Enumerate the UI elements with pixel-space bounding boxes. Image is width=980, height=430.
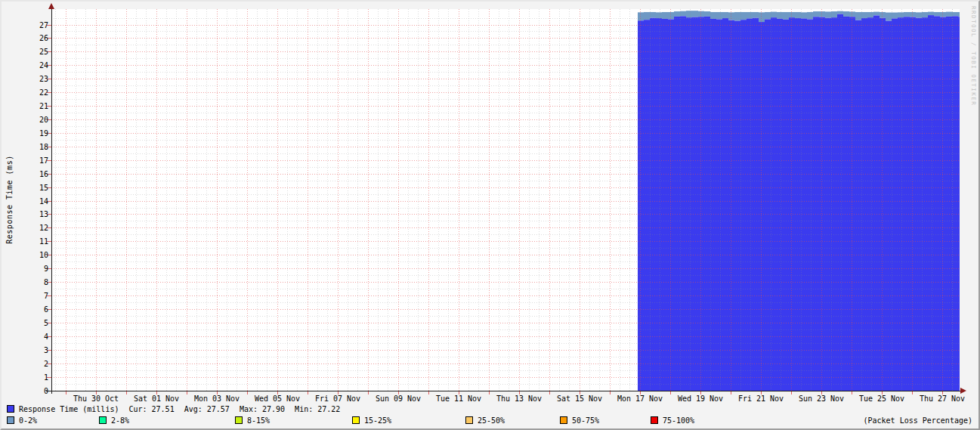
response-time-area-segment	[867, 17, 873, 391]
loss-cap-area-segment	[952, 12, 958, 16]
response-time-area-segment	[855, 20, 861, 391]
response-time-area-segment	[638, 20, 644, 391]
y-tick-label: 12	[39, 224, 48, 232]
response-time-area-segment	[843, 17, 849, 391]
y-tick-label: 16	[39, 170, 48, 178]
stat-cur: Cur: 27.51	[128, 405, 174, 413]
y-tick-label: 27	[39, 21, 48, 29]
response-time-area-segment	[777, 19, 783, 391]
rrdtool-watermark: RRDTOOL / TOBI OETIKER	[970, 6, 977, 106]
x-tick-label: Tue 11 Nov	[436, 394, 481, 403]
loss-swatch	[352, 416, 360, 424]
response-time-area-segment	[819, 17, 825, 391]
response-time-area-segment	[662, 19, 668, 391]
loss-cap-area-segment	[740, 12, 747, 20]
loss-cap-area-segment	[861, 12, 867, 18]
response-time-area-segment	[922, 17, 928, 391]
response-time-swatch	[7, 405, 14, 413]
y-tick-label: 2	[44, 360, 48, 368]
response-time-area-segment	[952, 16, 958, 391]
legend-loss-item-15to25: 15-25%	[352, 416, 391, 425]
loss-cap-area-segment	[704, 11, 710, 17]
loss-cap-area-segment	[928, 12, 934, 15]
y-axis-arrow	[48, 3, 54, 9]
loss-cap-area-segment	[825, 11, 831, 17]
response-time-area-segment	[740, 20, 747, 391]
x-tick-label: Thu 13 Nov	[496, 394, 542, 403]
stat-avg: Avg: 27.57	[184, 405, 230, 413]
x-tick-label: Sat 01 Nov	[134, 394, 179, 403]
legend-loss-item-25to50: 25-50%	[465, 416, 505, 425]
loss-cap-area-segment	[916, 12, 922, 17]
y-tick-label: 6	[44, 305, 48, 314]
response-time-area-segment	[849, 17, 855, 391]
response-time-area-segment	[759, 22, 765, 391]
y-tick-label: 21	[39, 102, 48, 110]
loss-cap-area-segment	[644, 12, 650, 20]
y-tick-label: 11	[39, 237, 48, 246]
loss-label: 50-75%	[572, 416, 599, 425]
response-time-area-segment	[668, 19, 674, 391]
x-tick-label: Mon 17 Nov	[617, 394, 663, 403]
response-time-area-segment	[825, 18, 831, 391]
loss-cap-area-segment	[789, 12, 795, 17]
loss-cap-area-segment	[855, 12, 861, 20]
y-tick-label: 18	[39, 143, 48, 151]
loss-cap-area-segment	[771, 12, 777, 18]
response-time-area-segment	[873, 15, 880, 391]
loss-cap-area-segment	[747, 12, 753, 18]
response-time-area-segment	[722, 18, 728, 391]
response-time-area-segment	[940, 17, 946, 391]
response-time-area-segment	[716, 19, 722, 391]
loss-cap-area-segment	[759, 12, 765, 22]
legend-loss-item-2to8: 2-8%	[99, 416, 129, 425]
response-time-area-segment	[644, 20, 650, 391]
response-time-area-segment	[765, 19, 771, 391]
response-time-area-segment	[916, 18, 922, 391]
response-time-area-segment	[728, 20, 734, 391]
response-time-area-segment	[680, 16, 686, 391]
response-time-area-segment	[789, 17, 795, 391]
x-tick-label: Thu 30 Oct	[73, 394, 119, 403]
response-time-area-segment	[801, 18, 807, 391]
y-tick-label: 1	[44, 373, 48, 382]
response-time-area-segment	[861, 18, 867, 391]
loss-label: 75-100%	[663, 416, 694, 425]
rrdtool-graph: 0123456789101112131415161718192021222324…	[0, 0, 980, 430]
stat-min: Min: 27.22	[295, 405, 340, 413]
x-tick-label: Tue 25 Nov	[859, 394, 904, 403]
legend-row-packet-loss: (Packet Loss Percentage) 0-2%2-8%8-15%15…	[7, 416, 973, 425]
response-time-area-segment	[934, 16, 940, 391]
response-time-area-segment	[837, 14, 843, 391]
response-time-area-segment	[771, 17, 777, 391]
response-time-area-segment	[650, 18, 656, 391]
response-time-area-segment	[686, 17, 692, 391]
y-tick-label: 19	[39, 129, 48, 138]
y-tick-label: 13	[39, 210, 48, 218]
y-tick-label: 24	[39, 61, 48, 70]
loss-cap-area-segment	[843, 11, 849, 17]
loss-cap-area-segment	[946, 12, 952, 17]
response-time-area-segment	[734, 21, 740, 391]
y-tick-label: 15	[39, 184, 48, 192]
loss-cap-area-segment	[898, 12, 904, 17]
loss-swatch	[99, 416, 107, 424]
loss-cap-area-segment	[801, 12, 807, 18]
response-time-area-segment	[898, 17, 904, 391]
loss-swatch	[465, 416, 473, 424]
loss-cap-area-segment	[831, 11, 837, 17]
response-time-area-segment	[904, 17, 910, 391]
response-time-area-segment	[958, 17, 960, 391]
response-time-area-segment	[910, 17, 916, 391]
response-time-area-segment	[928, 15, 934, 391]
response-time-area-segment	[880, 18, 886, 391]
loss-swatch	[235, 416, 243, 424]
loss-swatch	[7, 416, 14, 424]
y-tick-label: 7	[44, 292, 48, 300]
response-time-area-segment	[698, 17, 704, 391]
loss-cap-area-segment	[680, 11, 686, 17]
loss-cap-area-segment	[692, 11, 698, 17]
legend-loss-item-75to100: 75-100%	[651, 416, 694, 425]
y-tick-label: 26	[39, 34, 48, 42]
x-tick-label: Sun 09 Nov	[376, 394, 421, 403]
